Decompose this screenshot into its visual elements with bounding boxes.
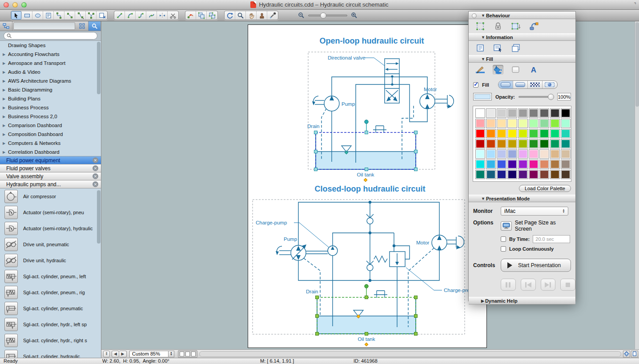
palette-swatch-1-4[interactable] [518,119,528,128]
palette-swatch-5-0[interactable] [475,160,485,169]
fill-style-icon[interactable] [510,65,521,75]
shape-list-item[interactable]: Drive unit, pneumatic [0,236,101,252]
lock-icon[interactable] [493,21,503,31]
actuator-shape-icon[interactable] [4,206,18,219]
connector-tree-tool-button[interactable] [86,11,96,20]
stroke-brush-icon[interactable] [475,65,486,75]
spline-tool-button[interactable] [146,11,157,20]
zoom-tool-button[interactable] [235,11,246,20]
pointer-tool-button[interactable] [11,11,22,20]
palette-swatch-6-3[interactable] [507,170,517,179]
information-section-header[interactable]: ▼ Information [469,33,575,41]
shape-list-item[interactable]: Actuator (semi-rotary), pneu [0,204,101,220]
palette-swatch-5-2[interactable] [497,160,506,169]
expand-triangle-icon[interactable]: ▶ [2,88,6,92]
shape-list-item[interactable]: Air compressor [0,188,101,204]
set-page-size-button[interactable] [501,221,512,231]
palette-swatch-4-0[interactable] [475,149,485,159]
palette-swatch-0-8[interactable] [561,108,571,118]
page-thumbnail-2[interactable] [185,352,190,356]
minimize-window-button[interactable] [12,2,18,8]
closed-oil-tank-fluid[interactable] [317,316,416,334]
palette-swatch-6-5[interactable] [529,170,539,179]
cyl-shape-icon[interactable] [4,350,18,358]
library-item[interactable]: ▶Business Process 2,0 [0,112,101,121]
stamp-tool-button[interactable] [257,11,267,20]
pan-hand-tool-button[interactable] [246,11,257,20]
scissors-tool-button[interactable] [168,11,178,20]
vertical-scrollbar[interactable] [635,21,639,349]
palette-swatch-1-1[interactable] [486,119,496,128]
palette-swatch-6-7[interactable] [550,170,560,179]
expand-triangle-icon[interactable]: ▶ [2,97,6,101]
library-item[interactable]: ▶AWS Architecture Diagrams [0,76,101,85]
actuator-shape-icon[interactable] [4,222,18,235]
stop-button[interactable] [560,279,575,291]
library-item[interactable]: Drawing Shapes [0,41,101,50]
vertical-scrollbar-thumb[interactable] [635,22,639,107]
fill-type-gradient[interactable] [513,81,528,88]
horizontal-scrollbar[interactable] [199,351,621,357]
loop-checkbox[interactable] [501,246,506,252]
palette-swatch-5-5[interactable] [529,160,539,169]
rectangle-tool-button[interactable] [22,11,32,20]
delete-shape-tool-button[interactable]: ✕ [96,11,107,20]
open-library-tab[interactable]: Fluid power valves✕ [0,164,101,172]
palette-swatch-2-8[interactable] [561,129,571,138]
connector-elbow-tool-button[interactable] [54,11,64,20]
palette-swatch-4-3[interactable] [507,149,517,159]
shape-list-item[interactable]: Sgl-act. cylinder, hydraulic [0,348,101,358]
shape-list-item[interactable]: Sgl-act. cylinder, pneumatic [0,300,101,316]
fullscreen-icon[interactable]: ⌝ [634,2,636,8]
palette-swatch-1-7[interactable] [550,119,560,128]
search-view-button[interactable] [88,21,101,31]
connector-direct-tool-button[interactable] [64,11,75,20]
grid-view-button[interactable] [76,21,88,31]
eyedropper-tool-button[interactable] [267,11,278,20]
jump-arrow-icon[interactable] [528,21,539,31]
palette-swatch-3-6[interactable] [539,139,549,148]
fill-color-well[interactable] [473,93,492,100]
ellipse-tool-button[interactable] [32,11,43,20]
drive-shape-icon[interactable] [4,238,18,251]
page-view-button[interactable] [631,351,638,357]
palette-swatch-0-3[interactable] [507,108,517,118]
palette-swatch-6-0[interactable] [475,170,485,179]
open-library-tab[interactable]: Hydraulic pumps and...✕ [0,180,101,188]
open-oil-tank-fluid[interactable] [316,152,416,169]
expand-triangle-icon[interactable]: ▶ [2,70,6,74]
open-library-tab[interactable]: Valve assembly✕ [0,172,101,180]
palette-swatch-4-7[interactable] [550,149,560,159]
palette-swatch-5-4[interactable] [518,160,528,169]
skip-end-button[interactable] [541,279,556,291]
prev-page-button[interactable]: ◀ [112,351,119,357]
palette-swatch-4-5[interactable] [529,149,539,159]
opacity-slider[interactable] [518,96,554,98]
palette-swatch-4-4[interactable] [518,149,528,159]
cyl-spring-shape-icon[interactable] [4,318,18,331]
by-time-checkbox[interactable] [501,236,506,242]
zoom-level-display[interactable]: Custom 85% [129,351,169,357]
library-item[interactable]: ▶Audio & Video [0,68,101,76]
expand-triangle-icon[interactable]: ▶ [2,61,6,65]
shape-list-item[interactable]: Sgl-act. cylinder, hydr., left sp [0,316,101,332]
layers-icon[interactable] [510,43,521,53]
shape-list-item[interactable]: Sgl-act. cylinder, hydr., right s [0,332,101,348]
cyl-spring2-shape-icon[interactable] [4,334,18,347]
line-tool-button[interactable] [114,11,125,20]
fill-bucket-icon[interactable] [493,65,503,75]
close-library-icon[interactable]: ✕ [92,181,98,187]
fill-checkbox[interactable] [473,82,478,88]
expand-triangle-icon[interactable]: ▶ [2,132,6,136]
palette-swatch-3-1[interactable] [486,139,496,148]
palette-swatch-0-5[interactable] [529,108,539,118]
palette-swatch-5-8[interactable] [561,160,571,169]
expand-triangle-icon[interactable]: ▶ [2,79,6,83]
library-item[interactable]: ▶Building Plans [0,94,101,103]
library-item[interactable]: ▶Basic Diagramming [0,85,101,94]
behaviour-section-header[interactable]: ▼ Behaviour [469,12,575,19]
close-library-icon[interactable]: ✕ [92,157,98,163]
palette-swatch-2-5[interactable] [529,129,539,138]
start-presentation-button[interactable]: Start Presentation [501,259,571,272]
shape-list-item[interactable]: Sgl-act. cylinder, pneum., rig [0,284,101,300]
